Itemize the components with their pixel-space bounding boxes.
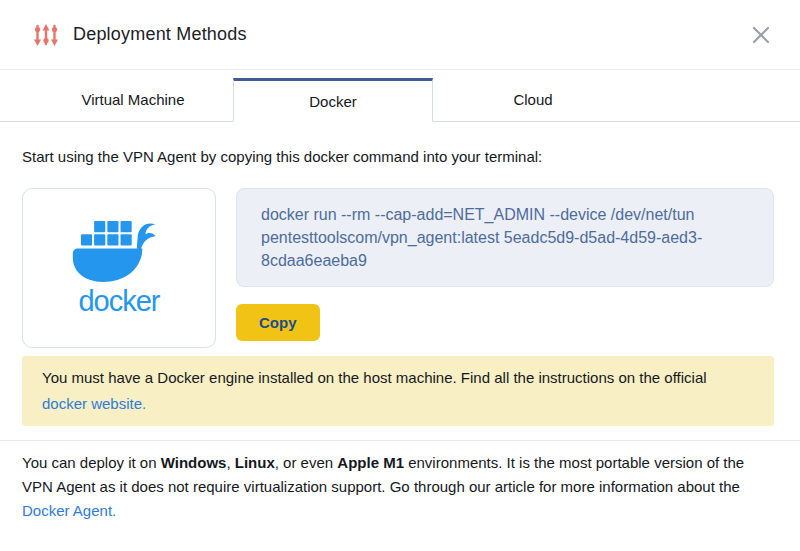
footer-text-part: , or even: [275, 454, 338, 471]
docker-command-box[interactable]: docker run --rm --cap-add=NET_ADMIN --de…: [236, 188, 774, 287]
footer-bold-linux: Linux: [235, 454, 275, 471]
tab-panel-docker: Start using the VPN Agent by copying thi…: [0, 122, 800, 551]
deployment-methods-modal: Deployment Methods Virtual Machine Docke…: [0, 0, 800, 551]
intro-text: Start using the VPN Agent by copying thi…: [22, 148, 774, 165]
command-column: docker run --rm --cap-add=NET_ADMIN --de…: [236, 188, 774, 341]
docker-website-link[interactable]: docker website.: [42, 395, 146, 412]
docker-logo-card: docker: [22, 188, 216, 348]
docker-wordmark: docker: [78, 285, 159, 318]
footer-bold-apple-m1: Apple M1: [337, 454, 404, 471]
note-text: You must have a Docker engine installed …: [42, 369, 707, 386]
footer-bold-windows: Windows: [161, 454, 227, 471]
tab-docker[interactable]: Docker: [233, 78, 433, 122]
modal-header: Deployment Methods: [0, 0, 800, 70]
tab-virtual-machine[interactable]: Virtual Machine: [33, 78, 233, 121]
footer-paragraph: You can deploy it on Windows, Linux, or …: [22, 451, 774, 523]
section-divider: [0, 440, 800, 441]
copy-button[interactable]: Copy: [236, 304, 320, 341]
footer-text-part: You can deploy it on: [22, 454, 161, 471]
close-icon: [751, 25, 771, 45]
tab-cloud[interactable]: Cloud: [433, 78, 633, 121]
tab-label: Docker: [309, 93, 357, 110]
page-title: Deployment Methods: [73, 24, 247, 45]
tab-label: Cloud: [513, 91, 552, 108]
docker-agent-link[interactable]: Docker Agent.: [22, 502, 116, 519]
data-flow-arrows-icon: [32, 21, 60, 49]
close-button[interactable]: [748, 22, 774, 48]
docker-engine-note: You must have a Docker engine installed …: [22, 356, 774, 426]
deployment-tabs: Virtual Machine Docker Cloud: [0, 78, 800, 122]
docker-whale-icon: [68, 219, 170, 284]
command-row: docker docker run --rm --cap-add=NET_ADM…: [22, 188, 774, 348]
tab-label: Virtual Machine: [81, 91, 184, 108]
footer-text-part: ,: [226, 454, 234, 471]
